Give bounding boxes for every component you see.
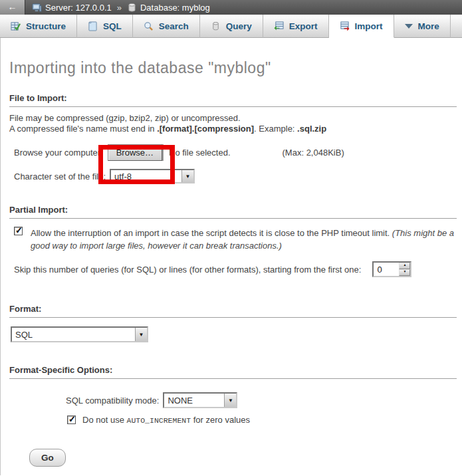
- tab-label: More: [418, 21, 439, 31]
- sql-icon: [88, 21, 98, 31]
- tab-sql[interactable]: SQL: [77, 15, 133, 38]
- structure-icon: [11, 21, 21, 31]
- database-icon: [127, 3, 137, 13]
- allow-interrupt-checkbox[interactable]: [14, 227, 23, 235]
- browse-button[interactable]: Browse…: [108, 144, 162, 161]
- dropdown-arrow-icon: ▼: [135, 328, 147, 341]
- breadcrumb-server[interactable]: Server: 127.0.0.1: [45, 3, 112, 13]
- allow-interrupt-label: Allow the interruption of an import in c…: [31, 227, 458, 252]
- server-icon: [32, 3, 42, 13]
- chevron-down-icon: [405, 24, 413, 29]
- auto-increment-row: Do not use AUTO_INCREMENT for zero value…: [67, 415, 458, 425]
- tab-label: Search: [159, 21, 189, 31]
- import-icon: [340, 21, 350, 31]
- section-title-file-to-import: File to Import:: [9, 93, 457, 107]
- page-title: Importing into the database "myblog": [9, 38, 458, 77]
- sql-compat-select[interactable]: NONE ▼: [163, 392, 237, 408]
- tab-label: Export: [289, 21, 318, 31]
- back-button[interactable]: ←: [0, 0, 25, 15]
- charset-select[interactable]: utf-8 ▼: [110, 169, 195, 183]
- section-title-format-specific: Format-Specific Options:: [9, 365, 457, 379]
- tab-bar: Structure SQL Search Query Export: [0, 15, 462, 38]
- charset-row: Character set of the file: utf-8 ▼: [14, 169, 458, 183]
- breadcrumb-bar: ← Server: 127.0.0.1 » Database: myblog: [0, 0, 462, 15]
- auto-increment-label: Do not use AUTO_INCREMENT for zero value…: [82, 415, 250, 425]
- search-icon: [144, 21, 154, 31]
- max-size-note: (Max: 2,048KiB): [283, 148, 344, 158]
- submit-row: Go: [29, 449, 458, 467]
- compression-help-text: File may be compressed (gzip, bzip2, zip…: [9, 113, 458, 134]
- breadcrumb: Server: 127.0.0.1 » Database: myblog: [32, 3, 210, 13]
- skip-queries-label: Skip this number of queries (for SQL) or…: [14, 265, 361, 275]
- dropdown-arrow-icon: ▼: [224, 394, 236, 407]
- tab-structure[interactable]: Structure: [0, 15, 77, 38]
- tab-label: Structure: [26, 21, 66, 31]
- tab-import[interactable]: Import: [329, 15, 394, 38]
- query-icon: [211, 21, 221, 31]
- sql-compat-label: SQL compatibility mode:: [66, 396, 159, 406]
- tab-label: SQL: [103, 21, 122, 31]
- skip-queries-value: 0: [374, 265, 399, 275]
- tab-label: Import: [355, 21, 383, 31]
- section-title-partial-import: Partial Import:: [9, 205, 457, 219]
- go-button[interactable]: Go: [29, 449, 66, 467]
- sql-compat-select-value: NONE: [164, 396, 193, 406]
- charset-label: Character set of the file:: [14, 172, 106, 181]
- tab-more[interactable]: More: [394, 15, 451, 38]
- spinner-down-icon[interactable]: ▼: [399, 269, 410, 276]
- tab-export[interactable]: Export: [263, 15, 329, 38]
- skip-queries-row: Skip this number of queries (for SQL) or…: [14, 261, 458, 277]
- dropdown-arrow-icon: ▼: [181, 170, 193, 182]
- tab-query[interactable]: Query: [200, 15, 263, 38]
- main-content: Importing into the database "myblog" Fil…: [0, 38, 462, 475]
- tab-search[interactable]: Search: [133, 15, 200, 38]
- sql-compat-row: SQL compatibility mode: NONE ▼: [66, 392, 458, 408]
- tab-label: Query: [226, 21, 252, 31]
- browse-label: Browse your computer:: [14, 148, 103, 158]
- number-spinner: ▲ ▼: [399, 263, 410, 276]
- format-select[interactable]: SQL ▼: [11, 326, 148, 342]
- no-file-selected-text: No file selected.: [169, 148, 231, 158]
- auto-increment-checkbox[interactable]: [67, 416, 76, 424]
- spinner-up-icon[interactable]: ▲: [399, 263, 410, 269]
- section-title-format: Format:: [9, 304, 457, 318]
- export-icon: [274, 21, 284, 31]
- charset-select-value: utf-8: [111, 172, 132, 181]
- breadcrumb-separator: »: [117, 3, 122, 13]
- file-upload-row: Browse your computer: Browse… No file se…: [14, 144, 458, 161]
- allow-interrupt-row: Allow the interruption of an import in c…: [14, 227, 458, 252]
- format-select-value: SQL: [12, 330, 33, 340]
- skip-queries-input[interactable]: 0 ▲ ▼: [372, 261, 411, 277]
- breadcrumb-database[interactable]: Database: myblog: [140, 3, 210, 13]
